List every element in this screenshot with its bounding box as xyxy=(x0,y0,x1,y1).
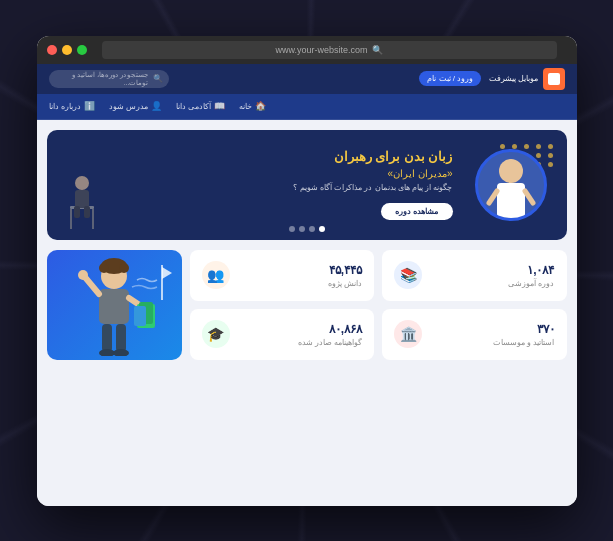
about-icon: ℹ️ xyxy=(84,101,95,111)
maximize-dot[interactable] xyxy=(77,45,87,55)
top-nav-left: موبایل پیشرفت ورود / ثبت نام xyxy=(419,68,564,90)
svg-point-19 xyxy=(78,270,88,280)
stat-card-teachers: ۳۷۰ استاتید و موسسات 🏛️ xyxy=(382,309,567,360)
address-search-icon: 🔍 xyxy=(372,45,383,55)
address-bar[interactable]: www.your-website.com 🔍 xyxy=(102,41,557,59)
hero-description: چگونه از پیام های بدنمان در مذاکرات آگاه… xyxy=(67,183,453,192)
svg-point-27 xyxy=(113,349,129,356)
stat-number-courses: ۱,۰۸۴ xyxy=(508,263,554,277)
hero-cta-button[interactable]: مشاهده دوره xyxy=(381,203,452,220)
top-navigation: موبایل پیشرفت ورود / ثبت نام 🔍 جستجو در … xyxy=(37,64,577,94)
teachers-icon-wrap: 🏛️ xyxy=(394,320,422,348)
stat-label-students: دانش پژوه xyxy=(328,279,362,288)
hero-dot xyxy=(548,153,553,158)
secondary-navigation: 🏠 خانه 📖 آکادمی دانا 👤 مدرس شود ℹ️ دربار… xyxy=(37,94,577,120)
stat-label-courses: دوره آموزشی xyxy=(508,279,554,288)
courses-icon-wrap: 📚 xyxy=(394,261,422,289)
nav-item-teacher-label: مدرس شود xyxy=(109,102,148,111)
slider-dot-2[interactable] xyxy=(309,226,315,232)
promo-person xyxy=(69,256,159,360)
nav-item-about-label: درباره دانا xyxy=(49,102,81,111)
stat-info-students: ۴۵,۴۴۵ دانش پژوه xyxy=(328,263,362,288)
svg-rect-24 xyxy=(102,324,112,352)
stat-info-certificates: ۸۰,۸۶۸ گواهینامه صادر شده xyxy=(298,322,362,347)
hero-text-block: زبان بدن برای رهبران «مدیران ایران» چگون… xyxy=(67,149,463,220)
svg-rect-25 xyxy=(116,324,126,352)
nav-item-teacher[interactable]: 👤 مدرس شود xyxy=(109,101,162,111)
search-icon: 🔍 xyxy=(153,74,163,83)
svg-rect-4 xyxy=(75,190,89,208)
svg-rect-5 xyxy=(74,206,80,218)
hero-title: زبان بدن برای رهبران xyxy=(67,149,453,164)
nav-item-academy[interactable]: 📖 آکادمی دانا xyxy=(176,101,225,111)
stat-info-teachers: ۳۷۰ استاتید و موسسات xyxy=(493,322,554,347)
courses-icon: 📚 xyxy=(400,267,417,283)
main-content: زبان بدن برای رهبران «مدیران ایران» چگون… xyxy=(37,120,577,506)
stat-number-students: ۴۵,۴۴۵ xyxy=(328,263,362,277)
svg-point-26 xyxy=(99,349,115,356)
svg-marker-12 xyxy=(162,267,172,279)
stat-number-teachers: ۳۷۰ xyxy=(493,322,554,336)
hero-banner: زبان بدن برای رهبران «مدیران ایران» چگون… xyxy=(47,130,567,240)
brand-icon xyxy=(543,68,565,90)
brand-label: موبایل پیشرفت xyxy=(489,74,538,83)
nav-item-home-label: خانه xyxy=(239,102,252,111)
svg-rect-17 xyxy=(99,289,129,324)
svg-rect-8 xyxy=(497,183,525,218)
stat-label-certificates: گواهینامه صادر شده xyxy=(298,338,362,347)
brand: موبایل پیشرفت xyxy=(489,68,564,90)
certificates-icon-wrap: 🎓 xyxy=(202,320,230,348)
svg-line-10 xyxy=(525,191,533,203)
stats-section: ۱,۰۸۴ دوره آموزشی 📚 ۴۵,۴۴۵ دانش پژوه 👥 xyxy=(47,250,567,360)
svg-point-15 xyxy=(99,263,109,273)
academy-icon: 📖 xyxy=(214,101,225,111)
nav-item-home[interactable]: 🏠 خانه xyxy=(239,101,266,111)
hero-dot xyxy=(548,144,553,149)
brand-icon-inner xyxy=(548,73,560,85)
address-text: www.your-website.com xyxy=(275,45,367,55)
hero-avatar-container xyxy=(475,149,547,221)
svg-rect-23 xyxy=(134,306,146,326)
teacher-icon: 👤 xyxy=(151,101,162,111)
minimize-dot[interactable] xyxy=(62,45,72,55)
hero-subtitle: «مدیران ایران» xyxy=(67,168,453,179)
stat-card-certificates: ۸۰,۸۶۸ گواهینامه صادر شده 🎓 xyxy=(190,309,375,360)
students-icon: 👥 xyxy=(207,267,224,283)
slider-dot-4[interactable] xyxy=(289,226,295,232)
search-box[interactable]: 🔍 جستجو در دوره‌ها، اساتید و تومات... xyxy=(49,70,169,88)
stats-grid: ۱,۰۸۴ دوره آموزشی 📚 ۴۵,۴۴۵ دانش پژوه 👥 xyxy=(190,250,567,360)
stat-number-certificates: ۸۰,۸۶۸ xyxy=(298,322,362,336)
search-placeholder: جستجو در دوره‌ها، اساتید و تومات... xyxy=(55,71,149,87)
svg-rect-2 xyxy=(92,209,94,229)
top-nav-right: 🔍 جستجو در دوره‌ها، اساتید و تومات... xyxy=(49,70,169,88)
stat-card-students: ۴۵,۴۴۵ دانش پژوه 👥 xyxy=(190,250,375,301)
hero-sitting-person xyxy=(62,171,102,240)
stat-card-courses: ۱,۰۸۴ دوره آموزشی 📚 xyxy=(382,250,567,301)
nav-item-academy-label: آکادمی دانا xyxy=(176,102,211,111)
home-icon: 🏠 xyxy=(255,101,266,111)
nav-item-about[interactable]: ℹ️ درباره دانا xyxy=(49,101,95,111)
svg-rect-1 xyxy=(70,209,72,229)
students-icon-wrap: 👥 xyxy=(202,261,230,289)
slider-dots xyxy=(289,226,325,232)
svg-point-3 xyxy=(75,176,89,190)
promo-card xyxy=(47,250,182,360)
stat-label-teachers: استاتید و موسسات xyxy=(493,338,554,347)
teachers-icon: 🏛️ xyxy=(400,326,417,342)
svg-point-16 xyxy=(119,263,129,273)
close-dot[interactable] xyxy=(47,45,57,55)
stat-info-courses: ۱,۰۸۴ دوره آموزشی xyxy=(508,263,554,288)
hero-avatar xyxy=(475,149,547,221)
svg-line-9 xyxy=(489,191,497,203)
browser-window: www.your-website.com 🔍 موبایل پیشرفت ورو… xyxy=(37,36,577,506)
login-button[interactable]: ورود / ثبت نام xyxy=(419,71,481,86)
certificates-icon: 🎓 xyxy=(207,326,224,342)
browser-chrome: www.your-website.com 🔍 xyxy=(37,36,577,64)
slider-dot-1[interactable] xyxy=(319,226,325,232)
slider-dot-3[interactable] xyxy=(299,226,305,232)
svg-point-7 xyxy=(499,159,523,183)
hero-dot xyxy=(548,162,553,167)
svg-rect-6 xyxy=(84,206,90,218)
